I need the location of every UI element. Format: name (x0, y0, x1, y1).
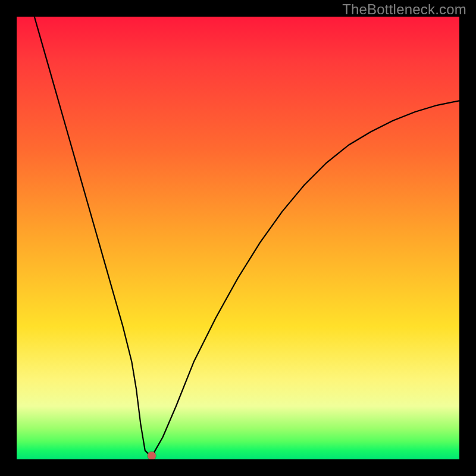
bottleneck-curve (17, 17, 459, 459)
plot-area (17, 17, 459, 459)
chart-frame: TheBottleneck.com (0, 0, 476, 476)
optimum-marker (148, 452, 156, 459)
watermark-text: TheBottleneck.com (342, 1, 466, 18)
